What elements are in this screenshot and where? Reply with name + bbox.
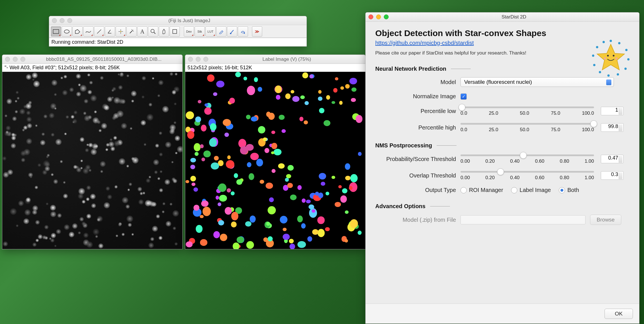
label-image-title: Label Image (V) (75%) (211, 57, 362, 62)
tool-color-picker[interactable] (170, 26, 180, 37)
repo-link[interactable]: https://github.com/mpicbg-csbd/stardist (375, 40, 474, 46)
label-image-canvas[interactable] (185, 72, 365, 249)
svg-point-27 (603, 41, 605, 43)
overlap-thumb[interactable] (497, 168, 504, 175)
svg-point-19 (627, 58, 630, 60)
output-roi-manager[interactable]: ROI Manager (460, 187, 503, 193)
pct-high-label: Percentile high (375, 124, 460, 131)
tool-line[interactable] (94, 26, 104, 37)
svg-point-21 (617, 73, 619, 76)
ok-button[interactable]: OK (605, 309, 633, 319)
stardist-title: StarDist 2D (391, 14, 636, 20)
minimize-icon[interactable] (196, 57, 201, 62)
window-controls[interactable] (188, 57, 208, 62)
zoom-icon[interactable] (384, 14, 389, 19)
prob-ticks: 0.000.200.400.600.801.00 (460, 158, 594, 164)
tool-oval[interactable] (62, 26, 72, 37)
pct-high-thumb[interactable] (590, 120, 597, 127)
imagej-status: Running command: StarDist 2D (49, 38, 307, 46)
label-image-titlebar[interactable]: Label Image (V) (75%) (185, 55, 365, 64)
svg-point-16 (610, 40, 612, 42)
zoom-icon[interactable] (67, 18, 72, 23)
tool-brush[interactable] (227, 26, 237, 37)
tool-dev[interactable]: Dev (184, 26, 194, 37)
stardist-logo (591, 38, 631, 78)
close-icon[interactable] (188, 57, 193, 62)
imagej-main-window: (Fiji Is Just) ImageJ A Dev Stk LUT ≫ Ru… (49, 16, 307, 47)
close-icon[interactable] (52, 18, 57, 23)
dialog-heading: Object Detection with Star-convex Shapes (375, 28, 630, 38)
tool-stk[interactable]: Stk (195, 26, 205, 37)
svg-point-31 (615, 57, 618, 60)
tool-lut[interactable]: LUT (205, 26, 216, 37)
svg-point-29 (613, 55, 614, 57)
svg-point-1 (64, 30, 69, 33)
svg-line-7 (130, 30, 133, 33)
pct-high-slider[interactable] (460, 123, 594, 125)
section-nms: NMS Postprocessing (375, 142, 630, 149)
model-file-label: Model (.zip) from File (375, 217, 460, 223)
minimize-icon[interactable] (60, 18, 64, 23)
pct-low-label: Percentile low (375, 108, 460, 114)
tool-point[interactable] (116, 26, 126, 37)
tool-magnifier[interactable] (148, 26, 158, 37)
tool-wand[interactable] (126, 26, 137, 37)
svg-marker-2 (75, 30, 80, 34)
tool-polygon[interactable] (72, 26, 83, 37)
svg-point-10 (132, 29, 132, 30)
tool-pencil[interactable] (216, 26, 226, 37)
close-icon[interactable] (368, 14, 373, 19)
model-file-input[interactable] (460, 215, 585, 224)
input-image-info: "- Well A03, Field #03"; 512x512 pixels;… (2, 64, 182, 72)
pct-low-slider[interactable] (460, 106, 594, 108)
output-label-image[interactable]: Label Image (511, 187, 551, 193)
svg-point-9 (133, 31, 134, 32)
svg-line-3 (97, 30, 101, 34)
normalize-checkbox[interactable]: ✓ (460, 93, 467, 100)
output-label: Output Type (375, 187, 460, 193)
tool-freehand[interactable] (83, 26, 93, 37)
pct-high-input[interactable]: 99.8 (601, 123, 624, 132)
browse-button[interactable]: Browse (590, 215, 621, 225)
normalize-label: Normalize Image (375, 93, 460, 100)
pct-high-ticks: 0.025.050.075.0100.0 (460, 127, 594, 133)
svg-line-12 (154, 32, 155, 34)
svg-point-15 (244, 33, 245, 34)
tool-hand[interactable] (159, 26, 169, 37)
zoom-icon[interactable] (203, 57, 208, 62)
prob-label: Probability/Score Threshold (375, 156, 460, 162)
input-image-titlebar[interactable]: bbbc018_AS_09125_050118150001_A03f03d0.D… (2, 55, 182, 64)
window-controls[interactable] (368, 14, 389, 19)
window-controls[interactable] (52, 18, 72, 23)
minimize-icon[interactable] (376, 14, 381, 19)
stardist-dialog: StarDist 2D Object Detection with Star-c… (365, 12, 639, 324)
input-image-canvas[interactable] (2, 72, 182, 249)
prob-slider[interactable] (460, 154, 594, 156)
imagej-titlebar[interactable]: (Fiji Is Just) ImageJ (49, 16, 307, 25)
minimize-icon[interactable] (13, 57, 18, 62)
close-icon[interactable] (5, 57, 10, 62)
imagej-toolbar: A Dev Stk LUT ≫ (49, 25, 307, 38)
input-image-window: bbbc018_AS_09125_050118150001_A03f03d0.D… (2, 55, 183, 249)
output-both[interactable]: Both (559, 187, 579, 193)
model-select[interactable]: Versatile (fluorescent nuclei) (460, 77, 614, 87)
overlap-slider[interactable] (460, 171, 594, 173)
prob-input[interactable]: 0.47 (601, 155, 624, 163)
tool-rectangle[interactable] (51, 26, 61, 37)
tool-text[interactable]: A (137, 26, 147, 37)
stardist-content: Object Detection with Star-convex Shapes… (366, 22, 639, 304)
window-controls[interactable] (5, 57, 25, 62)
tool-angle[interactable] (105, 26, 115, 37)
zoom-icon[interactable] (20, 57, 25, 62)
label-image-info: 512x512 pixels; 16-bit; 512K (185, 64, 365, 72)
prob-thumb[interactable] (520, 152, 527, 159)
svg-point-23 (599, 71, 601, 73)
pct-low-thumb[interactable] (458, 104, 465, 111)
model-label: Model (375, 79, 460, 85)
tool-flood[interactable] (238, 26, 248, 37)
overlap-input[interactable]: 0.3 (601, 171, 624, 180)
pct-low-input[interactable]: 1 (601, 107, 624, 115)
imagej-title: (Fiji Is Just) ImageJ (75, 18, 304, 24)
stardist-titlebar[interactable]: StarDist 2D (366, 12, 639, 22)
tool-more[interactable]: ≫ (252, 26, 262, 37)
